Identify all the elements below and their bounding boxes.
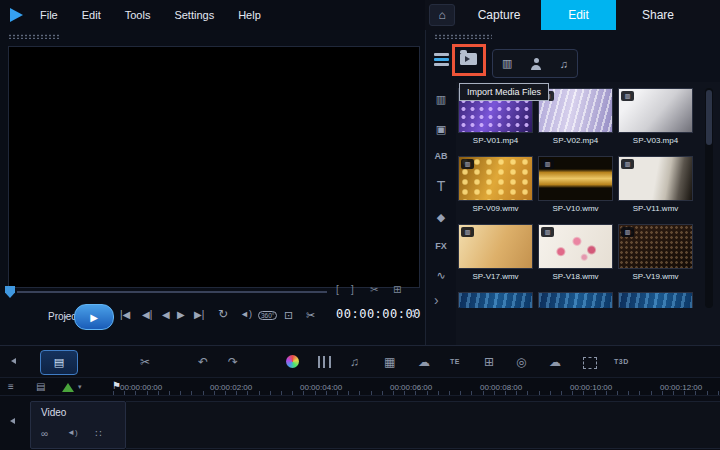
thumbnail-image[interactable]: ▥ — [458, 156, 533, 201]
display-mode-button[interactable]: ⊡ — [284, 309, 293, 322]
timeline-toolbar: ▤ ✂ ↶ ↷ ♫ ▦ ☁ TE ⊞ ◎ ☁ T3D — [0, 345, 720, 378]
media-thumbnail[interactable]: ▥ SP-V18.wmv — [538, 224, 613, 292]
scrubber-track[interactable] — [17, 291, 327, 293]
thumbnail-image[interactable]: ▥ — [618, 224, 693, 269]
split-button[interactable]: ✂ — [140, 355, 150, 369]
batch-convert-button[interactable]: ☁ — [418, 355, 430, 369]
undo-button[interactable]: ↶ — [198, 355, 208, 369]
thumbnail-image[interactable]: ▥ — [618, 156, 693, 201]
split-screen-template-button[interactable]: ⊞ — [484, 355, 494, 369]
scrubber-playhead[interactable] — [5, 286, 15, 298]
media-thumbnail[interactable]: ▥ SP-V11.wmv — [618, 156, 693, 224]
home-button[interactable]: ⌂ — [429, 4, 455, 26]
360-video-button[interactable]: 360° — [258, 311, 277, 320]
nav-transition-button[interactable]: AB — [426, 151, 456, 161]
trim-split-icon[interactable]: ✂ — [370, 284, 378, 295]
media-thumbnail[interactable]: ▥ SP-V03.mp4 — [618, 88, 693, 156]
media-thumbnail[interactable] — [458, 292, 533, 308]
mark-in-icon[interactable]: [ — [336, 284, 339, 295]
menu-settings[interactable]: Settings — [174, 9, 214, 21]
play-button[interactable]: ▶ — [74, 304, 114, 330]
media-thumbnail[interactable]: ▥ SP-V02.mp4 — [538, 88, 613, 156]
track-grid-icon[interactable]: ∷ — [95, 428, 101, 439]
color-grading-button[interactable] — [286, 355, 299, 368]
motion-tracking-button[interactable]: ◎ — [516, 355, 526, 369]
media-thumbnail[interactable]: ▥ SP-V19.wmv — [618, 224, 693, 292]
media-thumbnail[interactable]: ▥ SP-V10.wmv — [538, 156, 613, 224]
subtitle-editor-button[interactable]: TE — [450, 358, 460, 365]
timeline-ruler[interactable]: ≡ ▤ ▾ ⚑ 00:00:00:00 00:00:02:00 00:00:04… — [0, 377, 720, 396]
track-manager-button[interactable]: ▤ — [40, 350, 78, 375]
panel-drag-handle[interactable] — [8, 34, 60, 39]
link-icon[interactable]: ∞ — [41, 428, 48, 439]
step-forward-button[interactable]: ▶ — [177, 309, 185, 320]
preview-timecode[interactable]: 00:00:00:00 — [336, 307, 421, 321]
thumbnail-filename: SP-V19.wmv — [618, 269, 693, 285]
3d-title-editor-button[interactable]: T3D — [614, 358, 629, 365]
add-track-caret-icon[interactable]: ▾ — [78, 383, 82, 391]
thumbnail-image[interactable]: ▥ — [618, 88, 693, 133]
split-clip-button[interactable]: ✂ — [306, 309, 315, 322]
repeat-button[interactable]: ↻ — [218, 307, 228, 321]
media-thumbnail[interactable]: ▥ SP-V09.wmv — [458, 156, 533, 224]
nav-title-button[interactable]: T — [426, 178, 456, 194]
tooltip: Import Media Files — [459, 83, 549, 101]
mode-caret-icon[interactable]: ▾ — [64, 313, 67, 320]
library-navigator-icon[interactable] — [434, 53, 449, 67]
media-thumbnail[interactable] — [538, 292, 613, 308]
filter-audio-icon[interactable]: ♫ — [560, 58, 568, 70]
nav-instant-project-button[interactable]: ▣ — [426, 123, 456, 136]
menu-file[interactable]: File — [40, 9, 58, 21]
media-thumbnail[interactable] — [618, 292, 693, 308]
tab-edit[interactable]: Edit — [541, 0, 616, 30]
thumbnail-image[interactable]: ▥ — [538, 88, 613, 133]
menu-edit[interactable]: Edit — [82, 9, 101, 21]
media-thumbnail[interactable]: ▥ SP-V17.wmv — [458, 224, 533, 292]
multicam-editor-button[interactable]: ▦ — [384, 355, 395, 369]
app-logo-icon[interactable] — [10, 8, 23, 22]
track-view-icon[interactable]: ▤ — [36, 381, 45, 392]
go-to-end-button[interactable]: ▶| — [194, 309, 204, 320]
volume-button[interactable]: ◄) — [240, 309, 252, 319]
scrollbar-thumb[interactable] — [706, 90, 712, 145]
cloud-button[interactable]: ☁ — [549, 355, 561, 369]
add-track-icon[interactable] — [62, 383, 74, 392]
go-to-start-button[interactable]: |◀ — [120, 309, 130, 320]
video-track-header[interactable]: Video ∞ ◄) ∷ — [30, 401, 126, 449]
redo-button[interactable]: ↷ — [228, 355, 238, 369]
timecode-steppers[interactable]: ▴ ▾ — [412, 307, 415, 319]
library-drag-handle[interactable] — [434, 34, 492, 39]
sound-mixer-button[interactable] — [318, 356, 331, 368]
menu-help[interactable]: Help — [238, 9, 261, 21]
nav-filter-button[interactable]: FX — [426, 241, 456, 251]
nav-graphic-button[interactable]: ◆ — [426, 211, 456, 224]
thumbnail-image[interactable] — [458, 292, 533, 308]
previous-frame-button[interactable]: ◀| — [142, 309, 152, 320]
mark-out-icon[interactable]: ] — [351, 284, 354, 295]
track-list-icon[interactable]: ≡ — [8, 381, 14, 392]
filter-videos-icon[interactable]: ▥ — [502, 57, 512, 70]
menu-tools[interactable]: Tools — [125, 9, 151, 21]
nav-media-button[interactable]: ▥ — [426, 93, 456, 106]
step-back-button[interactable]: ◀ — [162, 309, 170, 320]
thumbnail-image[interactable] — [538, 292, 613, 308]
timeline-tracks: Video ∞ ◄) ∷ — [0, 395, 720, 450]
tab-capture[interactable]: Capture — [457, 0, 541, 30]
media-thumbnail-grid: ▥ SP-V01.mp4 ▥ SP-V02.mp4 ▥ SP-V03.mp4 ▥… — [458, 88, 700, 308]
nav-motion-path-button[interactable]: ∿ — [426, 269, 456, 282]
filter-photos-icon[interactable] — [530, 58, 542, 70]
auto-music-button[interactable]: ♫ — [350, 355, 359, 369]
enlarge-preview-icon[interactable]: ⊞ — [393, 284, 401, 295]
track-volume-icon[interactable]: ◄) — [67, 428, 78, 437]
library-scrollbar[interactable] — [705, 88, 713, 308]
thumbnail-image[interactable]: ▥ — [538, 224, 613, 269]
expand-panel-icon[interactable]: › — [434, 292, 439, 308]
video-track-lane[interactable] — [126, 401, 720, 449]
tab-share[interactable]: Share — [616, 0, 700, 30]
screen-capture-button[interactable] — [583, 357, 597, 369]
thumbnail-image[interactable] — [618, 292, 693, 308]
thumbnail-image[interactable]: ▥ — [458, 224, 533, 269]
thumbnail-image[interactable]: ▥ — [538, 156, 613, 201]
video-badge-icon: ▥ — [541, 227, 554, 237]
timecode-down-icon[interactable]: ▾ — [412, 313, 415, 319]
